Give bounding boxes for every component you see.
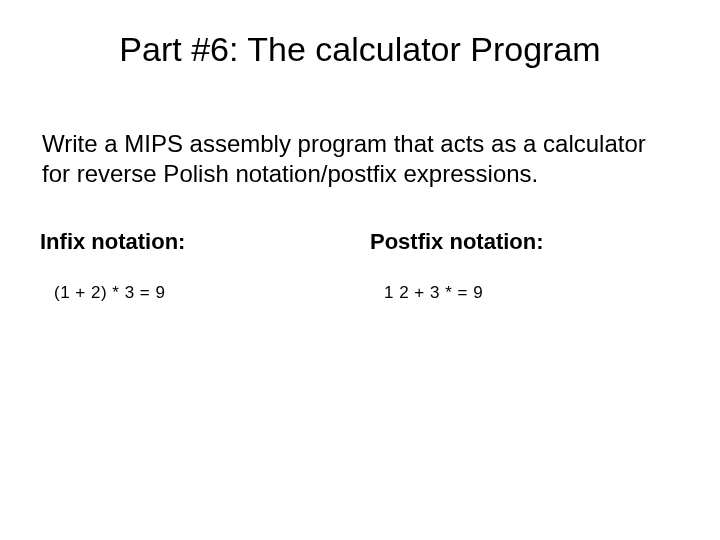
slide: Part #6: The calculator Program Write a … <box>0 0 720 540</box>
body-text: Write a MIPS assembly program that acts … <box>40 129 680 189</box>
postfix-heading: Postfix notation: <box>370 229 680 255</box>
postfix-example: 1 2 + 3 * = 9 <box>370 283 680 303</box>
title-emph: calculator <box>315 30 461 68</box>
slide-title: Part #6: The calculator Program <box>40 30 680 69</box>
infix-heading: Infix notation: <box>40 229 350 255</box>
column-infix: Infix notation: (1 + 2) * 3 = 9 <box>40 229 350 303</box>
column-postfix: Postfix notation: 1 2 + 3 * = 9 <box>370 229 680 303</box>
title-suffix: Program <box>461 30 601 68</box>
columns: Infix notation: (1 + 2) * 3 = 9 Postfix … <box>40 229 680 303</box>
title-prefix: Part #6: The <box>119 30 315 68</box>
infix-example: (1 + 2) * 3 = 9 <box>40 283 350 303</box>
